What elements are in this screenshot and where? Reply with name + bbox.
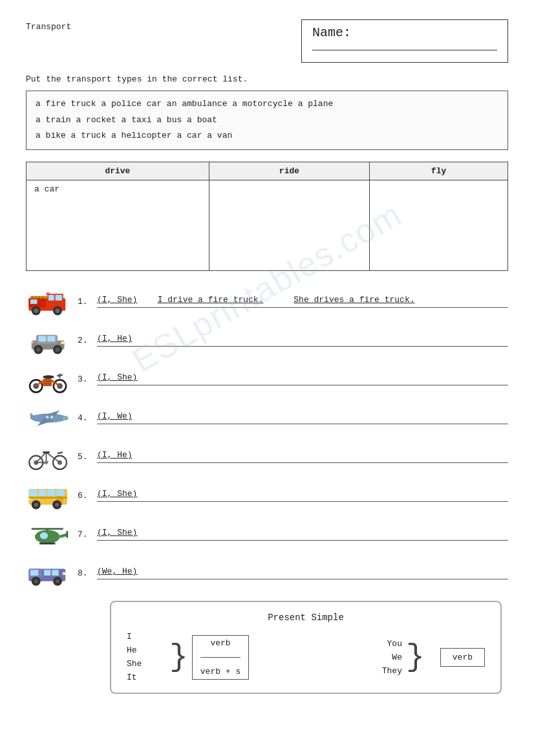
pronoun-it: It: [127, 673, 166, 682]
svg-point-73: [40, 532, 48, 539]
exercise-row-5: 5. (I, He): [26, 440, 508, 473]
grammar-right-pronouns: You We They: [370, 639, 402, 676]
vehicle-motorcycle: [26, 363, 71, 395]
ex-num-4: 4.: [78, 413, 91, 423]
left-bracket: }: [169, 642, 188, 673]
svg-rect-24: [61, 341, 64, 344]
instruction: Put the transport types in the correct l…: [26, 74, 508, 84]
ex-content-3: (I, She): [97, 373, 508, 385]
svg-rect-79: [30, 570, 38, 576]
vehicle-bus: [26, 479, 71, 512]
verb-box-right: verb: [440, 648, 485, 667]
exercise-row-8: 8. (We, He): [26, 557, 508, 589]
ride-cell: [209, 180, 369, 271]
ex-num-5: 5.: [78, 452, 91, 462]
svg-rect-19: [47, 336, 55, 342]
pronoun-she: She: [127, 659, 166, 669]
svg-point-65: [55, 502, 59, 506]
word-bank-line1: a fire truck a police car an ambulance a…: [36, 96, 498, 113]
svg-rect-58: [38, 490, 46, 497]
exercise-row-4: 4. (I, We): [26, 402, 508, 434]
svg-rect-15: [47, 293, 50, 296]
verb-right-label: verb: [453, 653, 473, 662]
pronoun-4: (I, We): [97, 411, 133, 421]
ex-content-8: (We, He): [97, 567, 508, 579]
svg-point-23: [56, 347, 60, 352]
pronoun-he: He: [127, 645, 166, 655]
ex-num-2: 2.: [78, 336, 91, 345]
svg-rect-57: [29, 490, 37, 497]
svg-rect-86: [63, 572, 65, 575]
exercise-row-2: 2. (I, He): [26, 324, 508, 356]
svg-rect-3: [56, 295, 63, 301]
ex-num-3: 3.: [78, 374, 91, 384]
grammar-title: Present Simple: [127, 612, 485, 623]
open-bracket: }: [169, 642, 188, 673]
vehicle-plane: [26, 402, 71, 434]
ex-num-7: 7.: [78, 530, 91, 539]
svg-point-43: [63, 416, 69, 420]
svg-point-85: [56, 579, 59, 583]
svg-point-41: [46, 416, 48, 418]
pronoun-3: (I, She): [97, 373, 137, 382]
svg-point-12: [34, 308, 38, 313]
pronoun-we: We: [370, 653, 402, 662]
exercise-row-6: 6. (I, She): [26, 479, 508, 512]
svg-rect-33: [43, 380, 52, 387]
svg-rect-67: [28, 497, 67, 499]
verb-label: verb: [210, 638, 230, 648]
name-box: Name:: [301, 19, 508, 63]
exercise-row-3: 3. (I, She): [26, 363, 508, 395]
ex-content-5: (I, He): [97, 450, 508, 463]
pronoun-1: (I, She): [97, 295, 137, 305]
ex-content-1: (I, She) I drive a fire truck. She drive…: [97, 295, 508, 308]
verb-s-label: verb + s: [200, 667, 240, 676]
ex-content-7: (I, She): [97, 528, 508, 541]
svg-point-36: [43, 375, 54, 378]
name-label: Name:: [312, 25, 351, 40]
svg-rect-2: [48, 295, 54, 301]
grammar-box: Present Simple I He She It } verb verb +…: [110, 601, 502, 694]
word-bank: a fire truck a police car an ambulance a…: [26, 91, 508, 150]
svg-rect-5: [30, 299, 37, 304]
ex-content-4: (I, We): [97, 411, 508, 424]
verb-divider: [200, 657, 240, 658]
svg-line-48: [36, 453, 47, 463]
sentence2-1: She drives a fire truck.: [294, 295, 414, 305]
grammar-inner: I He She It } verb verb + s You We They: [127, 632, 485, 682]
col-fly: fly: [370, 162, 508, 180]
exercises-section: 1. (I, She) I drive a fire truck. She dr…: [26, 285, 508, 589]
pronoun-2: (I, He): [97, 334, 133, 343]
ex-num-6: 6.: [78, 491, 91, 501]
verb-box-left: verb verb + s: [192, 635, 249, 680]
svg-rect-59: [47, 490, 55, 497]
word-bank-line3: a bike a truck a helicopter a car a van: [36, 128, 498, 144]
ex-content-2: (I, He): [97, 334, 508, 347]
col-drive: drive: [27, 162, 209, 180]
ex-num-1: 1.: [78, 297, 91, 307]
pronoun-5: (I, He): [97, 450, 133, 460]
pronoun-7: (I, She): [97, 528, 137, 537]
svg-point-83: [34, 579, 38, 583]
svg-line-53: [58, 453, 63, 454]
svg-point-42: [50, 416, 53, 418]
vehicle-fire-truck: [26, 285, 71, 318]
exercise-row-7: 7. (I, She): [26, 518, 508, 550]
sort-table: drive ride fly a car: [26, 162, 508, 271]
svg-rect-60: [56, 490, 64, 497]
svg-rect-81: [52, 570, 59, 576]
close-bracket: }: [406, 642, 425, 673]
sentence1-1: I drive a fire truck.: [158, 295, 264, 305]
vehicle-car: [26, 324, 71, 356]
vehicle-bike: [26, 440, 71, 473]
svg-point-63: [34, 502, 38, 506]
ex-num-8: 8.: [78, 568, 91, 578]
col-ride: ride: [209, 162, 369, 180]
word-bank-line2: a train a rocket a taxi a bus a boat: [36, 113, 498, 129]
pronoun-they: They: [370, 666, 402, 676]
fly-cell: [370, 180, 508, 271]
pronoun-i: I: [127, 632, 166, 642]
pronoun-you: You: [370, 639, 402, 649]
svg-point-14: [56, 308, 60, 313]
svg-point-21: [36, 347, 41, 352]
